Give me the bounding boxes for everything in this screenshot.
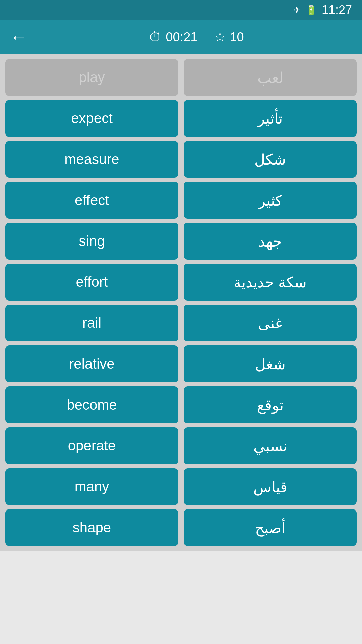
arabic-word-card-nasbi-ar[interactable]: نسبي: [184, 427, 357, 464]
nav-bar: ← ⏱ 00:21 ☆ 10: [0, 20, 362, 54]
arabic-word-text: غنى: [253, 315, 288, 332]
english-word-text: play: [73, 69, 110, 86]
english-column: playexpectmeasureeffectsingeffortrailrel…: [5, 59, 178, 546]
english-word-card-sing-en[interactable]: sing: [5, 223, 178, 260]
arabic-word-card-taathir-ar[interactable]: تأثير: [184, 100, 357, 137]
star-count: 10: [230, 30, 244, 44]
arabic-word-card-tawaqqa-ar[interactable]: توقع: [184, 386, 357, 423]
arabic-word-card-play-ar[interactable]: لعب: [184, 59, 357, 96]
arabic-word-card-ghana-ar[interactable]: غنى: [184, 305, 357, 341]
arabic-word-text: قياس: [248, 478, 293, 495]
english-word-card-play-en[interactable]: play: [5, 59, 178, 96]
english-word-card-become-en[interactable]: become: [5, 386, 178, 423]
english-word-text: expect: [66, 110, 118, 126]
arabic-word-card-sikkah-ar[interactable]: سكة حديدية: [184, 264, 357, 301]
english-word-text: many: [69, 479, 115, 495]
airplane-icon: ✈: [293, 5, 301, 16]
english-word-card-effort-en[interactable]: effort: [5, 264, 178, 301]
timer-value: 00:21: [166, 30, 197, 44]
arabic-word-card-juhd-ar[interactable]: جهد: [184, 223, 357, 260]
english-word-text: operate: [63, 438, 121, 454]
nav-center: ⏱ 00:21 ☆ 10: [41, 30, 352, 44]
arabic-word-text: شكل: [249, 151, 291, 168]
english-word-card-measure-en[interactable]: measure: [5, 141, 178, 178]
timer-display: ⏱ 00:21: [149, 30, 197, 44]
english-word-text: relative: [64, 356, 120, 372]
arabic-word-text: جهد: [253, 233, 287, 250]
back-button[interactable]: ←: [10, 28, 27, 46]
arabic-word-card-asbah-ar[interactable]: أصبح: [184, 509, 357, 546]
english-word-card-relative-en[interactable]: relative: [5, 345, 178, 382]
arabic-word-text: توقع: [252, 396, 289, 414]
arabic-word-text: نسبي: [248, 437, 293, 454]
arabic-word-card-qiyas-ar[interactable]: قياس: [184, 468, 357, 505]
english-word-text: sing: [73, 233, 110, 249]
arabic-word-text: كثير: [253, 192, 288, 209]
arabic-word-card-kathir-ar[interactable]: كثير: [184, 182, 357, 219]
star-icon: ☆: [214, 30, 226, 44]
english-word-card-effect-en[interactable]: effect: [5, 182, 178, 219]
english-word-text: rail: [77, 315, 107, 331]
english-word-card-expect-en[interactable]: expect: [5, 100, 178, 137]
battery-icon: 🔋: [305, 5, 317, 16]
arabic-word-text: شغل: [250, 356, 291, 373]
english-word-card-operate-en[interactable]: operate: [5, 427, 178, 464]
english-word-card-shape-en[interactable]: shape: [5, 509, 178, 546]
arabic-word-text: أصبح: [250, 519, 291, 536]
content-area: playexpectmeasureeffectsingeffortrailrel…: [0, 54, 362, 551]
status-icons: ✈ 🔋 11:27: [293, 3, 352, 17]
english-word-card-rail-en[interactable]: rail: [5, 305, 178, 341]
english-word-text: become: [61, 397, 122, 413]
english-word-text: shape: [67, 520, 116, 536]
english-word-text: effort: [71, 274, 113, 290]
arabic-column: لعبتأثيرشكلكثيرجهدسكة حديديةغنىشغلتوقعنس…: [184, 59, 357, 546]
arabic-word-card-shakl-ar[interactable]: شكل: [184, 141, 357, 178]
status-time: 11:27: [322, 3, 352, 17]
english-word-card-many-en[interactable]: many: [5, 468, 178, 505]
english-word-text: measure: [59, 151, 124, 167]
status-bar: ✈ 🔋 11:27: [0, 0, 362, 20]
timer-icon: ⏱: [149, 30, 162, 44]
arabic-word-text: لعب: [252, 69, 289, 86]
arabic-word-text: سكة حديدية: [228, 274, 312, 291]
english-word-text: effect: [69, 192, 114, 208]
star-display: ☆ 10: [214, 30, 244, 44]
arabic-word-card-shughl-ar[interactable]: شغل: [184, 345, 357, 382]
arabic-word-text: تأثير: [252, 110, 288, 127]
